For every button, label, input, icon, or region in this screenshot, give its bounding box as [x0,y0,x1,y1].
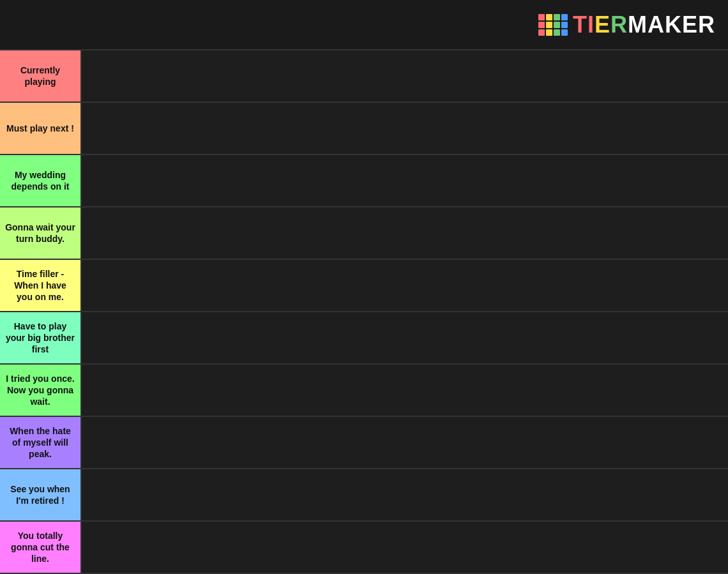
tier-content-wedding[interactable] [80,155,728,206]
tier-content-retired[interactable] [80,469,728,520]
tier-row-hate-myself: When the hate of myself will peak. [0,417,728,469]
tier-label-big-brother: Have to play your big brother first [0,312,80,363]
tier-label-wedding: My wedding depends on it [0,155,80,206]
tier-content-hate-myself[interactable] [80,417,728,468]
tier-label-time-filler: Time filler - When I have you on me. [0,260,80,311]
tier-label-gonna-wait: Gonna wait your turn buddy. [0,208,80,259]
tier-content-gonna-wait[interactable] [80,208,728,259]
tier-label-tried-once: I tried you once. Now you gonna wait. [0,365,80,416]
tier-container: Currently playingMust play next !My wedd… [0,50,728,574]
tier-row-tried-once: I tried you once. Now you gonna wait. [0,365,728,417]
tier-row-time-filler: Time filler - When I have you on me. [0,260,728,312]
tier-row-cut-line: You totally gonna cut the line. [0,522,728,574]
tier-content-currently-playing[interactable] [80,50,728,102]
tier-label-must-play: Must play next ! [0,103,80,154]
tier-content-big-brother[interactable] [80,312,728,363]
tier-row-retired: See you when I'm retired ! [0,469,728,522]
tier-label-hate-myself: When the hate of myself will peak. [0,417,80,468]
tier-row-gonna-wait: Gonna wait your turn buddy. [0,208,728,260]
tier-row-must-play: Must play next ! [0,103,728,155]
logo-grid-icon [538,14,568,36]
tier-row-currently-playing: Currently playing [0,50,728,103]
tier-content-tried-once[interactable] [80,365,728,416]
tier-row-wedding: My wedding depends on it [0,155,728,208]
tier-label-cut-line: You totally gonna cut the line. [0,522,80,573]
header: TiERMAKER [0,0,728,50]
tiermaker-logo: TiERMAKER [538,11,715,38]
tier-row-big-brother: Have to play your big brother first [0,312,728,365]
tier-label-retired: See you when I'm retired ! [0,469,80,520]
tier-content-must-play[interactable] [80,103,728,154]
logo-text: TiERMAKER [573,11,715,38]
tier-content-time-filler[interactable] [80,260,728,311]
tier-content-cut-line[interactable] [80,522,728,573]
tier-label-currently-playing: Currently playing [0,50,80,102]
